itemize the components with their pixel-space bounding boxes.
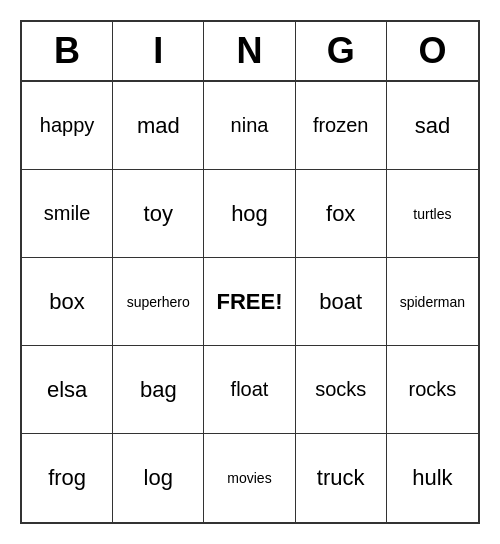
header-letter: N (204, 22, 295, 80)
bingo-header: BINGO (22, 22, 478, 82)
bingo-cell[interactable]: bag (113, 346, 204, 434)
bingo-cell[interactable]: mad (113, 82, 204, 170)
bingo-cell[interactable]: float (204, 346, 295, 434)
bingo-cell[interactable]: log (113, 434, 204, 522)
bingo-cell[interactable]: happy (22, 82, 113, 170)
bingo-cell[interactable]: turtles (387, 170, 478, 258)
bingo-cell[interactable]: toy (113, 170, 204, 258)
bingo-cell[interactable]: hulk (387, 434, 478, 522)
bingo-cell[interactable]: movies (204, 434, 295, 522)
bingo-cell[interactable]: fox (296, 170, 387, 258)
bingo-card: BINGO happymadninafrozensadsmiletoyhogfo… (20, 20, 480, 524)
bingo-cell[interactable]: spiderman (387, 258, 478, 346)
header-letter: I (113, 22, 204, 80)
bingo-cell[interactable]: nina (204, 82, 295, 170)
bingo-cell[interactable]: box (22, 258, 113, 346)
bingo-cell[interactable]: frozen (296, 82, 387, 170)
bingo-cell[interactable]: frog (22, 434, 113, 522)
bingo-cell[interactable]: hog (204, 170, 295, 258)
bingo-grid: happymadninafrozensadsmiletoyhogfoxturtl… (22, 82, 478, 522)
header-letter: G (296, 22, 387, 80)
bingo-cell[interactable]: truck (296, 434, 387, 522)
bingo-cell[interactable]: rocks (387, 346, 478, 434)
header-letter: O (387, 22, 478, 80)
bingo-cell[interactable]: superhero (113, 258, 204, 346)
bingo-cell[interactable]: smile (22, 170, 113, 258)
header-letter: B (22, 22, 113, 80)
bingo-cell[interactable]: boat (296, 258, 387, 346)
bingo-cell[interactable]: socks (296, 346, 387, 434)
bingo-cell[interactable]: sad (387, 82, 478, 170)
bingo-cell[interactable]: elsa (22, 346, 113, 434)
bingo-cell[interactable]: FREE! (204, 258, 295, 346)
